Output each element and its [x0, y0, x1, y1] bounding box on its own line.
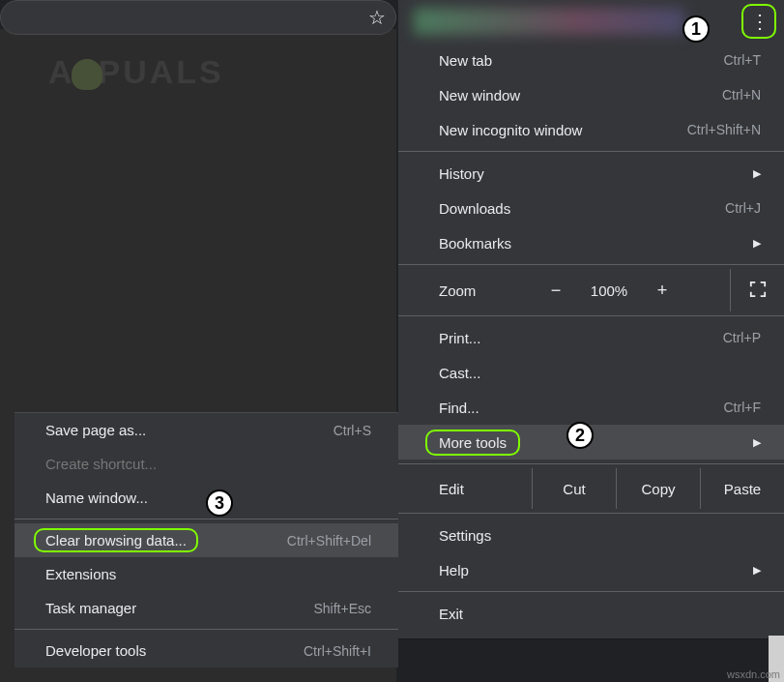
chevron-right-icon: ▶	[753, 436, 761, 449]
submenu-developer-tools[interactable]: Developer tools Ctrl+Shift+I	[15, 634, 398, 667]
chevron-right-icon: ▶	[753, 167, 761, 180]
new-tab-shortcut: Ctrl+T	[724, 52, 762, 68]
menu-downloads[interactable]: Downloads Ctrl+J	[398, 191, 784, 225]
more-tools-highlight: More tools	[425, 430, 520, 456]
find-label: Find...	[439, 400, 479, 416]
menu-separator	[398, 591, 784, 592]
logo-text-right: PUALS	[99, 53, 224, 90]
help-label: Help	[439, 562, 469, 578]
task-manager-shortcut: Shift+Esc	[313, 601, 371, 616]
print-shortcut: Ctrl+P	[723, 330, 761, 345]
menu-new-tab[interactable]: New tab Ctrl+T	[398, 43, 784, 77]
fullscreen-icon	[749, 281, 767, 301]
appuals-logo: APUALS	[48, 53, 224, 91]
menu-separator	[398, 315, 784, 316]
callout-1: 1	[682, 15, 710, 43]
watermark: wsxdn.com	[727, 668, 780, 680]
menu-separator	[398, 151, 784, 152]
task-manager-label: Task manager	[45, 600, 136, 616]
chevron-right-icon: ▶	[753, 237, 761, 250]
cut-button[interactable]: Cut	[532, 468, 616, 509]
fullscreen-button[interactable]	[730, 269, 784, 311]
kebab-menu-highlight: ⋮	[741, 4, 776, 39]
address-bar[interactable]: ☆	[0, 0, 396, 35]
dev-tools-label: Developer tools	[45, 642, 146, 659]
more-tools-label: More tools	[439, 434, 507, 451]
profile-avatars-blurred	[414, 8, 684, 35]
submenu-save-page[interactable]: Save page as... Ctrl+S	[15, 413, 398, 447]
submenu-separator	[15, 519, 398, 519]
edit-label: Edit	[439, 481, 532, 497]
menu-bookmarks[interactable]: Bookmarks ▶	[398, 225, 784, 260]
clear-browsing-label: Clear browsing data...	[45, 532, 187, 549]
submenu-separator	[15, 629, 398, 630]
save-page-shortcut: Ctrl+S	[334, 423, 371, 438]
menu-cast[interactable]: Cast...	[398, 355, 784, 390]
copy-button[interactable]: Copy	[616, 468, 700, 509]
print-label: Print...	[439, 330, 480, 346]
menu-print[interactable]: Print... Ctrl+P	[398, 320, 784, 355]
downloads-shortcut: Ctrl+J	[725, 200, 761, 216]
submenu-task-manager[interactable]: Task manager Shift+Esc	[15, 591, 398, 625]
menu-edit-row: Edit Cut Copy Paste	[398, 468, 784, 509]
more-tools-submenu: Save page as... Ctrl+S Create shortcut..…	[15, 412, 398, 667]
menu-separator	[398, 264, 784, 265]
clear-browsing-shortcut: Ctrl+Shift+Del	[287, 533, 371, 549]
cast-label: Cast...	[439, 365, 480, 381]
kebab-menu-icon[interactable]: ⋮	[750, 12, 769, 31]
history-label: History	[439, 165, 484, 182]
clear-browsing-highlight: Clear browsing data...	[34, 528, 198, 552]
callout-3: 3	[206, 489, 233, 517]
zoom-in-button[interactable]: +	[638, 281, 686, 301]
dev-tools-shortcut: Ctrl+Shift+I	[304, 643, 371, 659]
new-window-label: New window	[439, 87, 520, 104]
zoom-value: 100%	[580, 282, 638, 299]
menu-new-window[interactable]: New window Ctrl+N	[398, 77, 784, 112]
find-shortcut: Ctrl+F	[724, 400, 762, 415]
menu-history[interactable]: History ▶	[398, 156, 784, 191]
settings-label: Settings	[439, 527, 491, 544]
submenu-create-shortcut[interactable]: Create shortcut...	[15, 447, 398, 481]
menu-header-row: ⋮	[398, 0, 784, 43]
name-window-label: Name window...	[45, 489, 148, 506]
save-page-label: Save page as...	[45, 422, 146, 438]
chevron-right-icon: ▶	[753, 564, 761, 577]
callout-2: 2	[566, 422, 594, 449]
menu-new-incognito[interactable]: New incognito window Ctrl+Shift+N	[398, 112, 784, 147]
new-tab-label: New tab	[439, 52, 492, 69]
zoom-out-button[interactable]: −	[532, 281, 580, 301]
new-incognito-label: New incognito window	[439, 122, 582, 138]
logo-mark-icon	[72, 59, 102, 90]
new-window-shortcut: Ctrl+N	[722, 87, 761, 103]
new-incognito-shortcut: Ctrl+Shift+N	[687, 122, 761, 137]
chrome-main-menu: ⋮ New tab Ctrl+T New window Ctrl+N New i…	[398, 0, 784, 639]
menu-help[interactable]: Help ▶	[398, 552, 784, 587]
menu-exit[interactable]: Exit	[398, 596, 784, 631]
menu-separator	[398, 463, 784, 464]
downloads-label: Downloads	[439, 200, 510, 217]
menu-settings[interactable]: Settings	[398, 518, 784, 552]
paste-button[interactable]: Paste	[700, 468, 784, 509]
extensions-label: Extensions	[45, 566, 116, 582]
menu-find[interactable]: Find... Ctrl+F	[398, 390, 784, 425]
create-shortcut-label: Create shortcut...	[45, 456, 157, 472]
exit-label: Exit	[439, 606, 463, 622]
submenu-extensions[interactable]: Extensions	[15, 557, 398, 591]
bookmarks-label: Bookmarks	[439, 235, 511, 252]
menu-separator	[398, 513, 784, 514]
bookmark-star-icon[interactable]: ☆	[368, 6, 386, 29]
zoom-label: Zoom	[439, 282, 532, 299]
submenu-clear-browsing-data[interactable]: Clear browsing data... Ctrl+Shift+Del	[15, 523, 398, 557]
menu-zoom-row: Zoom − 100% +	[398, 269, 784, 311]
